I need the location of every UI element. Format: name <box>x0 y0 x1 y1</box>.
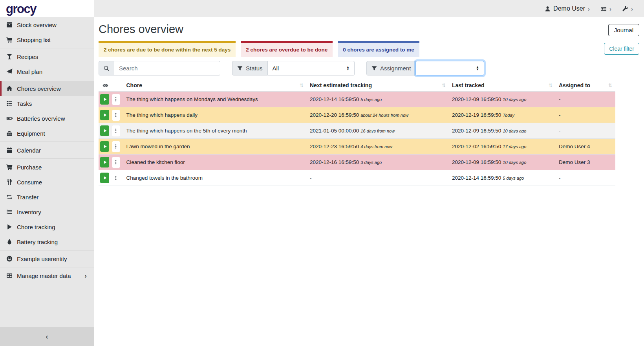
timeago-text: 17 days ago <box>503 144 526 149</box>
chore-name: Cleaned the kitchen floor <box>123 155 307 170</box>
chore-row: Lawn mowed in the garden2020-12-23 16:59… <box>99 139 615 155</box>
app-root: grocy Demo User › › › Stock overviewShop… <box>0 0 644 346</box>
tasks-icon <box>5 100 13 107</box>
col-header-assigned-label: Assigned to <box>559 82 590 88</box>
last-tracked-value: 2020-12-19 16:59:50 <box>452 112 501 118</box>
filter-icon <box>371 66 377 71</box>
assignment-filter-group: Assignment ▲▼ <box>366 61 484 75</box>
page-title: Chores overview <box>99 22 183 36</box>
row-actions <box>99 107 123 123</box>
sidebar-item-recipes[interactable]: Recipes <box>0 49 94 64</box>
select-arrows-icon: ▲▼ <box>346 66 349 71</box>
shopping-cart-icon <box>5 37 13 43</box>
status-selected-value: All <box>273 65 279 72</box>
box-icon <box>5 22 13 28</box>
chevron-left-icon: ‹ <box>46 332 48 341</box>
play-icon <box>5 224 13 230</box>
home-icon <box>5 85 13 92</box>
next-estimated-tracking: 2021-01-05 00:00:0016 days from now <box>307 123 449 139</box>
chore-context-menu-button[interactable] <box>112 141 119 152</box>
settings-menu[interactable]: › <box>601 6 611 12</box>
col-header-next-tracking[interactable]: Next estimated tracking ⇅ <box>307 79 449 92</box>
track-chore-execution-button[interactable] <box>100 173 109 183</box>
sidebar-item-consume[interactable]: Consume <box>0 175 94 190</box>
chore-context-menu-button[interactable] <box>112 173 119 184</box>
assignment-select[interactable]: ▲▼ <box>415 61 484 75</box>
track-chore-execution-button[interactable] <box>100 141 109 152</box>
last-tracked: 2020-12-09 16:59:5010 days ago <box>449 92 556 107</box>
assignment-filter-label: Assignment <box>380 65 411 72</box>
sidebar-divider <box>0 250 94 250</box>
sidebar-item-shopping-list[interactable]: Shopping list <box>0 32 94 47</box>
next-estimated-tracking: 2020-12-20 16:59:50about 24 hours from n… <box>307 107 449 123</box>
next-estimated-tracking-value: 2020-12-20 16:59:50 <box>310 112 359 118</box>
row-actions <box>99 155 123 170</box>
table-icon <box>5 272 13 279</box>
sidebar-item-meal-plan[interactable]: Meal plan <box>0 64 94 79</box>
chores-table: Chore ⇅ Next estimated tracking ⇅ Last t… <box>99 79 615 186</box>
sidebar-item-inventory[interactable]: Inventory <box>0 204 94 219</box>
chore-name: The thing which happens daily <box>123 107 307 123</box>
assigned-to: Demo User 3 <box>556 155 615 170</box>
sliders-icon <box>601 6 607 12</box>
chore-context-menu-button[interactable] <box>112 157 119 168</box>
chore-row: The thing which happens daily2020-12-20 … <box>99 107 615 123</box>
eye-icon <box>102 83 120 88</box>
sidebar-item-chore-tracking[interactable]: Chore tracking <box>0 219 94 234</box>
col-header-last-tracked[interactable]: Last tracked ⇅ <box>449 79 556 92</box>
col-header-assigned-to[interactable]: Assigned to ⇅ <box>556 79 615 92</box>
sidebar-item-example-userentity[interactable]: Example userentity <box>0 251 94 266</box>
grocy-logo[interactable]: grocy <box>6 3 36 15</box>
chevron-right-icon: › <box>588 6 590 12</box>
sidebar-item-tasks[interactable]: Tasks <box>0 96 94 111</box>
col-header-chore-label: Chore <box>126 82 142 88</box>
col-header-chore[interactable]: Chore ⇅ <box>123 79 307 92</box>
sidebar-divider <box>0 158 94 159</box>
sidebar-item-label: Chores overview <box>17 85 61 92</box>
sidebar-divider <box>0 48 94 48</box>
cocktail-icon <box>5 53 13 60</box>
sidebar-collapse-button[interactable]: ‹ <box>0 327 94 346</box>
chore-name: Changed towels in the bathroom <box>123 170 307 186</box>
search-input[interactable] <box>114 61 220 75</box>
sort-icon: ⇅ <box>300 83 304 88</box>
tint-icon <box>5 239 13 245</box>
clear-filter-button[interactable]: Clear filter <box>604 43 639 55</box>
user-menu[interactable]: Demo User › <box>545 5 590 12</box>
sidebar-item-batteries-overview[interactable]: Batteries overview <box>0 111 94 126</box>
sidebar-item-label: Purchase <box>17 164 42 171</box>
last-tracked-value: 2020-12-02 16:59:50 <box>452 144 501 149</box>
chore-context-menu-button[interactable] <box>112 125 119 136</box>
sidebar-item-equipment[interactable]: Equipment <box>0 126 94 141</box>
journal-button[interactable]: Journal <box>608 24 639 36</box>
track-chore-execution-button[interactable] <box>100 94 109 105</box>
track-chore-execution-button[interactable] <box>100 157 109 167</box>
last-tracked: 2020-12-02 16:59:5017 days ago <box>449 139 556 155</box>
banner-row: 2 chores are due to be done within the n… <box>99 41 639 57</box>
admin-menu[interactable]: › <box>622 6 633 12</box>
timeago-text: about 24 hours from now <box>360 113 408 118</box>
track-chore-execution-button[interactable] <box>100 110 109 120</box>
main-content: Chores overview Journal 2 chores are due… <box>95 17 644 346</box>
column-visibility-header[interactable] <box>99 79 123 92</box>
topbar-menu: Demo User › › › <box>94 0 644 17</box>
sidebar-item-stock-overview[interactable]: Stock overview <box>0 17 94 32</box>
sidebar-item-battery-tracking[interactable]: Battery tracking <box>0 234 94 249</box>
sidebar-item-transfer[interactable]: Transfer <box>0 190 94 204</box>
assigned-to: - <box>556 92 615 107</box>
sidebar-item-chores-overview[interactable]: Chores overview <box>0 81 94 96</box>
toolbox-icon <box>5 130 13 136</box>
chore-context-menu-button[interactable] <box>112 110 119 121</box>
timeago-text: 10 days ago <box>503 97 526 102</box>
assigned-to: - <box>556 107 615 123</box>
chore-context-menu-button[interactable] <box>112 94 119 105</box>
sidebar-item-calendar[interactable]: Calendar <box>0 143 94 158</box>
sidebar-item-purchase[interactable]: Purchase <box>0 160 94 175</box>
sidebar-item-manage-master-data[interactable]: Manage master data› <box>0 268 94 283</box>
track-chore-execution-button[interactable] <box>100 125 109 136</box>
next-estimated-tracking-value: 2020-12-14 16:59:50 <box>310 96 359 102</box>
status-select[interactable]: All ▲▼ <box>268 61 355 75</box>
filter-icon <box>237 66 243 71</box>
assigned-to-me-banner: 0 chores are assigned to me <box>338 41 419 57</box>
last-tracked: 2020-12-09 16:59:5010 days ago <box>449 123 556 139</box>
